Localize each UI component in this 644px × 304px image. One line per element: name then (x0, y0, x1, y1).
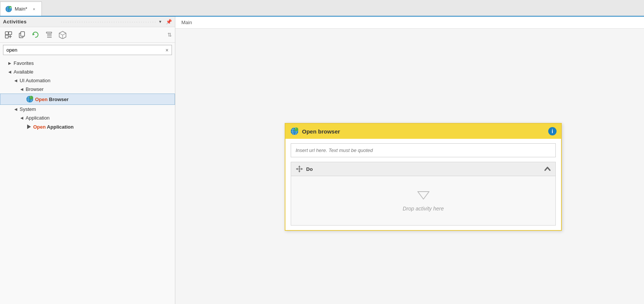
drop-arrow-icon (416, 190, 431, 201)
activities-toolbar: ⇅ (0, 27, 175, 43)
tab-label: Main* (15, 6, 27, 12)
do-collapse-button[interactable] (544, 166, 551, 172)
open-browser-highlight: Open (35, 97, 48, 102)
svg-marker-14 (33, 33, 35, 35)
favorites-label: Favorites (14, 60, 34, 66)
svg-line-22 (63, 33, 66, 35)
open-application-arrow-icon (26, 124, 32, 130)
tree-item-system[interactable]: ◀ System (0, 105, 175, 114)
search-clear-button[interactable]: × (163, 46, 172, 55)
browser-card-header: Open browser i (285, 124, 561, 139)
svg-marker-30 (27, 124, 31, 129)
available-label: Available (14, 69, 34, 75)
svg-rect-15 (46, 32, 52, 33)
tab-bar: 🌍 Main* × (0, 0, 644, 17)
info-badge[interactable]: i (548, 127, 557, 135)
open-app-rest: Application (46, 124, 74, 130)
do-body[interactable]: Drop activity here (291, 176, 555, 225)
open-browser-globe-icon (26, 95, 34, 103)
open-app-highlight: Open (33, 124, 46, 130)
ui-automation-arrow-icon: ◀ (14, 78, 18, 83)
favorites-arrow-icon: ▶ (8, 61, 12, 65)
svg-marker-38 (418, 192, 429, 199)
do-title: Do (306, 166, 541, 172)
svg-point-36 (294, 127, 298, 131)
content-area: Main Open browser i (175, 17, 644, 304)
svg-point-29 (30, 97, 31, 98)
application-arrow-icon: ◀ (20, 116, 24, 120)
list-view-button[interactable] (44, 29, 54, 40)
tree-item-open-application[interactable]: Open Application (0, 122, 175, 131)
svg-line-21 (59, 33, 63, 35)
browser-card-globe-icon (290, 127, 299, 136)
refresh-button[interactable] (30, 29, 41, 40)
svg-rect-9 (9, 32, 12, 35)
tab-globe-icon: 🌍 (5, 5, 12, 13)
svg-point-37 (295, 128, 296, 129)
svg-rect-8 (5, 35, 8, 38)
svg-text:🌍: 🌍 (9, 7, 12, 9)
copy-activity-button[interactable] (17, 29, 27, 40)
drop-activity-text: Drop activity here (403, 206, 444, 212)
search-input[interactable] (3, 45, 163, 55)
open-browser-rest: Browser (48, 97, 69, 102)
available-arrow-icon: ◀ (8, 70, 12, 74)
tree-item-application[interactable]: ◀ Application (0, 114, 175, 122)
scroll-resize-icon[interactable]: ⇅ (167, 32, 172, 38)
tab-close-button[interactable]: × (31, 6, 37, 12)
application-label: Application (26, 115, 50, 121)
activities-dropdown-icon[interactable]: ▼ (158, 20, 162, 24)
activities-dots: ········································… (61, 20, 157, 24)
system-arrow-icon: ◀ (14, 107, 18, 111)
canvas[interactable]: Open browser i Do (175, 29, 644, 304)
tree-item-ui-automation[interactable]: ◀ UI Automation (0, 76, 175, 85)
activities-panel: Activities ·····························… (0, 17, 175, 304)
activities-pin-icon[interactable]: 📌 (166, 19, 172, 25)
do-section: Do (291, 162, 556, 226)
tree-container: ▶ Favorites ◀ Available ◀ UI Automation … (0, 57, 175, 304)
do-move-icon (296, 165, 303, 173)
open-application-label: Open Application (33, 124, 74, 130)
activities-title: Activities (3, 19, 60, 25)
url-input[interactable] (291, 143, 556, 157)
package-button[interactable] (57, 29, 68, 40)
svg-rect-7 (5, 32, 8, 35)
system-label: System (20, 106, 36, 112)
activities-header: Activities ·····························… (0, 17, 175, 27)
browser-card-title: Open browser (302, 128, 545, 135)
browser-label: Browser (26, 86, 44, 92)
svg-point-28 (29, 96, 33, 100)
main-tab[interactable]: 🌍 Main* × (0, 2, 42, 16)
tree-item-browser[interactable]: ◀ Browser (0, 85, 175, 94)
browser-card: Open browser i Do (285, 123, 562, 231)
svg-rect-13 (21, 32, 25, 36)
open-browser-label: Open Browser (35, 97, 69, 102)
breadcrumb: Main (175, 17, 644, 29)
ui-automation-label: UI Automation (20, 78, 51, 83)
main-layout: Activities ·····························… (0, 17, 644, 304)
browser-card-body: Do (285, 139, 561, 230)
do-header: Do (291, 162, 555, 176)
tree-item-available[interactable]: ◀ Available (0, 68, 175, 76)
tree-item-favorites[interactable]: ▶ Favorites (0, 59, 175, 68)
add-activity-button[interactable] (3, 29, 14, 40)
tree-item-open-browser[interactable]: Open Browser (0, 94, 175, 105)
browser-arrow-icon: ◀ (20, 87, 24, 91)
search-bar: × (3, 45, 172, 55)
